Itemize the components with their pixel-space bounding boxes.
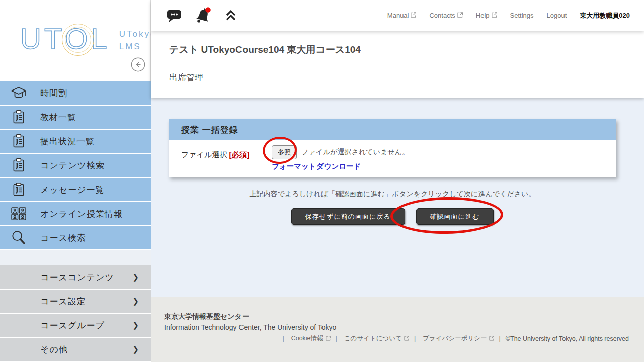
sidebar-item-label: コースコンテンツ bbox=[40, 272, 114, 283]
format-download-link[interactable]: フォーマットダウンロード bbox=[272, 162, 361, 171]
external-link-icon bbox=[457, 12, 463, 19]
footer-org-name-ja: 東京大学情報基盤センター bbox=[164, 312, 249, 321]
browse-button[interactable]: 参照 bbox=[272, 145, 297, 159]
sidebar-item-label: その他 bbox=[40, 344, 68, 355]
logo-area: U T O L UTokyo LMS bbox=[0, 0, 151, 81]
double-chevron-up-icon bbox=[224, 9, 237, 24]
notifications-button[interactable] bbox=[194, 6, 212, 26]
messages-button[interactable] bbox=[166, 8, 182, 25]
logo-letter: U bbox=[20, 24, 44, 53]
panel-header: 授業 一括登録 bbox=[169, 119, 616, 140]
sidebar-item-label: 提出状況一覧 bbox=[40, 136, 95, 147]
sidebar-item-label: オンライン授業情報 bbox=[40, 208, 123, 220]
page-title-attendance: 出席管理 bbox=[169, 72, 203, 83]
sidebar-item-label: 時間割 bbox=[40, 87, 67, 99]
external-link-icon bbox=[489, 335, 494, 342]
graduation-cap-icon bbox=[10, 85, 28, 101]
chevron-right-icon: ❯ bbox=[132, 297, 139, 306]
topbar-links: Manual Contacts Help Se bbox=[387, 0, 630, 31]
required-badge: [必須] bbox=[229, 150, 250, 159]
file-input-control: 参照 ファイルが選択されていません。 フォーマットダウンロード bbox=[272, 145, 409, 171]
external-link-icon bbox=[404, 335, 409, 342]
external-link-icon bbox=[492, 12, 497, 19]
sidebar-item-label: コースグループ bbox=[40, 320, 105, 331]
utol-logo-letters: U T O L bbox=[20, 24, 110, 53]
logo-letter-o-with-rings: O bbox=[65, 24, 91, 53]
sidebar-item-course-search[interactable]: コース検索 bbox=[0, 226, 151, 250]
external-link-icon bbox=[326, 335, 331, 342]
panel-body: ファイル選択 [必須] 参照 ファイルが選択されていません。 フォーマットダウン… bbox=[169, 140, 616, 177]
no-file-selected-text: ファイルが選択されていません。 bbox=[301, 148, 409, 157]
help-link[interactable]: Help bbox=[476, 12, 497, 19]
course-title: テスト UTokyoCourse104 東大用コース104 bbox=[169, 43, 361, 56]
sidebar-item-label: コース設定 bbox=[40, 296, 86, 307]
sidebar-item-content-search[interactable]: コンテンツ検索 bbox=[0, 154, 151, 178]
collapse-topbar-button[interactable] bbox=[224, 9, 237, 24]
copyright-text: ©The University of Tokyo, All rights res… bbox=[494, 335, 629, 342]
file-select-label: ファイル選択 [必須] bbox=[181, 150, 267, 160]
manual-link[interactable]: Manual bbox=[387, 12, 417, 19]
clipboard-icon bbox=[10, 134, 28, 149]
sidebar-item-messages[interactable]: メッセージ一覧 bbox=[0, 178, 151, 202]
footer-org-name-en: Information Technology Center, The Unive… bbox=[164, 323, 336, 331]
file-select-row: ファイル選択 [必須] 参照 ファイルが選択されていません。 フォーマットダウン… bbox=[181, 145, 604, 171]
about-site-link[interactable]: このサイトについて bbox=[331, 334, 409, 343]
sidebar: U T O L UTokyo LMS bbox=[0, 0, 151, 362]
clipboard-icon bbox=[10, 182, 28, 197]
sidebar-item-others[interactable]: その他 ❯ bbox=[0, 338, 151, 362]
video-grid-icon bbox=[10, 207, 28, 221]
sidebar-item-course-contents[interactable]: コースコンテンツ ❯ bbox=[0, 265, 151, 290]
sidebar-item-course-settings[interactable]: コース設定 ❯ bbox=[0, 290, 151, 314]
privacy-policy-link[interactable]: プライバシーポリシー bbox=[409, 334, 494, 343]
magnifier-icon bbox=[10, 230, 28, 246]
bell-icon bbox=[194, 6, 212, 26]
sidebar-course-menu: コースコンテンツ ❯ コース設定 ❯ コースグループ ❯ その他 ❯ bbox=[0, 265, 151, 362]
footer-links: Cookie情報 このサイトについて プライバシーポリシー bbox=[277, 334, 629, 343]
logout-link[interactable]: Logout bbox=[547, 12, 567, 19]
chevron-right-icon: ❯ bbox=[132, 345, 139, 354]
footer: 東京大学情報基盤センター Information Technology Cent… bbox=[151, 297, 644, 362]
sidebar-item-submission-status[interactable]: 提出状況一覧 bbox=[0, 130, 151, 154]
sidebar-item-online-class-info[interactable]: オンライン授業情報 bbox=[0, 202, 151, 226]
sidebar-item-course-group[interactable]: コースグループ ❯ bbox=[0, 314, 151, 338]
settings-link[interactable]: Settings bbox=[510, 12, 534, 19]
bulk-register-panel: 授業 一括登録 ファイル選択 [必須] 参照 ファイルが選択されていません。 フ… bbox=[169, 119, 616, 177]
divider bbox=[151, 61, 644, 61]
sidebar-main-menu: 時間割 教材一覧 提出状況一覧 bbox=[0, 81, 151, 250]
action-button-row: 保存せずに前の画面に戻る 確認画面に進む bbox=[169, 208, 616, 225]
logo-letter: L bbox=[91, 24, 110, 53]
instruction-text: 上記内容でよろしければ「確認画面に進む」ボタンをクリックして次に進んでください。 bbox=[169, 190, 616, 199]
external-link-icon bbox=[411, 12, 416, 19]
back-without-saving-button[interactable]: 保存せずに前の画面に戻る bbox=[291, 208, 405, 225]
topbar-icon-group bbox=[166, 6, 237, 26]
sidebar-item-label: メッセージ一覧 bbox=[40, 184, 105, 196]
chevron-right-icon: ❯ bbox=[132, 273, 139, 282]
topbar: Manual Contacts Help Se bbox=[151, 0, 644, 31]
speech-bubble-icon bbox=[166, 8, 182, 25]
main-content: 授業 一括登録 ファイル選択 [必須] 参照 ファイルが選択されていません。 フ… bbox=[151, 98, 644, 297]
sidebar-item-timetable[interactable]: 時間割 bbox=[0, 81, 151, 106]
title-bar: テスト UTokyoCourse104 東大用コース104 出席管理 bbox=[151, 31, 644, 98]
utol-logo: U T O L UTokyo LMS bbox=[20, 24, 156, 53]
chevron-right-icon: ❯ bbox=[132, 321, 139, 330]
logo-letter: T bbox=[44, 24, 65, 53]
user-name: 東大用教職員020 bbox=[580, 11, 630, 20]
clipboard-icon bbox=[10, 110, 28, 125]
contacts-link[interactable]: Contacts bbox=[429, 12, 462, 19]
sidebar-item-label: コンテンツ検索 bbox=[40, 160, 105, 171]
sidebar-collapse-button[interactable] bbox=[131, 57, 145, 72]
cookie-info-link[interactable]: Cookie情報 bbox=[277, 334, 330, 343]
proceed-to-confirmation-button[interactable]: 確認画面に進む bbox=[416, 208, 494, 225]
clipboard-icon bbox=[10, 158, 28, 173]
back-arrow-circle-icon bbox=[131, 66, 145, 73]
sidebar-item-label: 教材一覧 bbox=[40, 112, 76, 123]
sidebar-item-materials[interactable]: 教材一覧 bbox=[0, 106, 151, 130]
sidebar-item-label: コース検索 bbox=[40, 232, 86, 244]
